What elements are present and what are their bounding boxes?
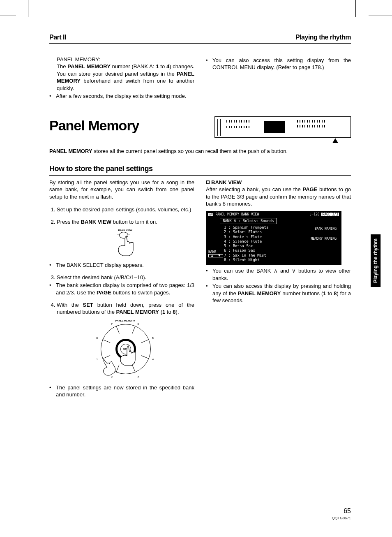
intro-paragraph: The PANEL MEMORY number (BANK A: 1 to 4)… xyxy=(57,63,194,92)
right-bullet-1: • You can use the BANK ∧ and ∨ buttons t… xyxy=(206,267,351,282)
page-header: Part II Playing the rhythm xyxy=(49,33,351,44)
intro-bullet: • After a few seconds, the display exits… xyxy=(49,93,194,100)
bank-view-heading: BANK VIEW xyxy=(206,179,351,186)
header-left: Part II xyxy=(49,33,66,42)
step-3: Select the desired bank (A/B/C/1–10). • … xyxy=(57,274,194,296)
section-description: PANEL MEMORY stores all the current pane… xyxy=(49,148,351,155)
screen-bank-label: BANK ▲ ▼ xyxy=(208,250,223,257)
step-1: Set up the desired panel settings (sound… xyxy=(57,206,194,213)
screen-bank-title: BANK A : Soloist Sounds xyxy=(220,218,277,224)
section-title: Panel Memory xyxy=(49,116,139,135)
doc-code: QQTG0671 xyxy=(332,516,351,521)
howto-title: How to store the panel settings xyxy=(49,164,351,175)
step-2: Press the BANK VIEW button to turn it on… xyxy=(57,218,194,269)
bank-view-paragraph: After selecting a bank, you can use the … xyxy=(206,186,351,208)
page-footer: 65 QQTG0671 xyxy=(332,507,351,521)
right-bullet-2: • You can also access this display by pr… xyxy=(206,282,351,304)
arrow-up-icon xyxy=(332,138,338,143)
screen-bank-naming: BANK NAMING xyxy=(315,227,337,231)
side-tab: Playing the rhythm xyxy=(371,234,380,287)
square-bullet-icon xyxy=(206,181,210,184)
screen-memory-naming: MEMORY NAMING xyxy=(311,237,337,241)
bank-view-illustration: BANK VIEW xyxy=(105,229,146,257)
crop-mark xyxy=(369,16,392,16)
crop-mark xyxy=(16,0,28,17)
step-4-bullet: • The panel settings are now stored in t… xyxy=(49,384,194,398)
step-3-bullet: • The bank selection display is comprise… xyxy=(49,282,194,296)
step-2-note: •The BANK SELECT display appears. xyxy=(49,262,194,269)
crop-mark xyxy=(0,16,16,16)
device-illustration xyxy=(214,116,351,138)
lcd-screen: AM PANEL MEMORY BANK VIEW ♩=120 PAGE 3/3… xyxy=(206,211,341,265)
page-number: 65 xyxy=(344,507,351,514)
howto-intro: By storing all the panel settings you us… xyxy=(49,179,194,201)
panel-memory-label: PANEL MEMORY: The PANEL MEMORY number (B… xyxy=(49,56,194,92)
intro-right-bullet: • You can also access this setting displ… xyxy=(206,57,351,71)
crop-mark xyxy=(355,0,368,17)
step-4: With the SET button held down, press one… xyxy=(57,301,194,398)
header-right: Playing the rhythm xyxy=(295,33,351,42)
panel-dial-illustration: PANEL MEMORY SET 1 2 3 xyxy=(95,318,157,380)
